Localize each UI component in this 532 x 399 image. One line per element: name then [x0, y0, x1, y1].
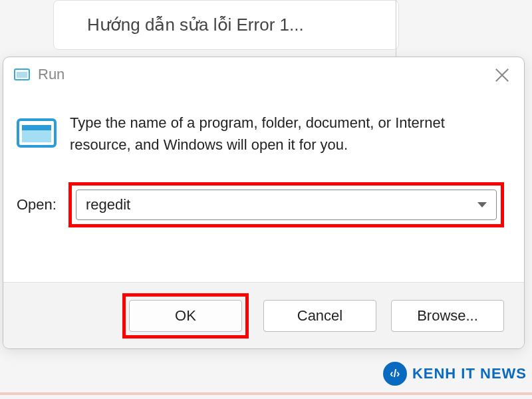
watermark: ‹/› KENH IT NEWS	[383, 362, 527, 386]
svg-rect-4	[22, 125, 51, 130]
dialog-title: Run	[38, 66, 493, 83]
svg-rect-1	[17, 72, 27, 78]
background-tab: Hướng dẫn sửa lỗi Error 1...	[53, 0, 399, 50]
run-icon-large	[17, 117, 57, 149]
divider	[396, 0, 396, 57]
run-dialog: Run Type the name of a program, folder, …	[3, 57, 525, 349]
highlight-ok-box: OK	[122, 293, 249, 338]
highlight-input-box: regedit	[68, 182, 504, 227]
titlebar: Run	[3, 57, 524, 92]
open-input-value: regedit	[86, 196, 130, 213]
ok-button[interactable]: OK	[129, 300, 242, 332]
close-icon[interactable]	[493, 66, 511, 83]
bottom-accent	[0, 392, 532, 395]
chevron-down-icon[interactable]	[477, 202, 487, 207]
background-tab-text: Hướng dẫn sửa lỗi Error 1...	[87, 15, 304, 35]
cancel-button[interactable]: Cancel	[263, 300, 376, 332]
input-row: Open: regedit	[3, 169, 524, 241]
open-input[interactable]: regedit	[76, 190, 497, 220]
browse-button[interactable]: Browse...	[391, 300, 504, 332]
watermark-logo-icon: ‹/›	[383, 362, 407, 386]
watermark-text: KENH IT NEWS	[412, 365, 527, 382]
dialog-description: Type the name of a program, folder, docu…	[70, 112, 504, 156]
dialog-body: Type the name of a program, folder, docu…	[3, 92, 524, 169]
open-label: Open:	[17, 196, 57, 213]
run-icon	[14, 68, 30, 81]
button-bar: OK Cancel Browse...	[3, 282, 524, 348]
